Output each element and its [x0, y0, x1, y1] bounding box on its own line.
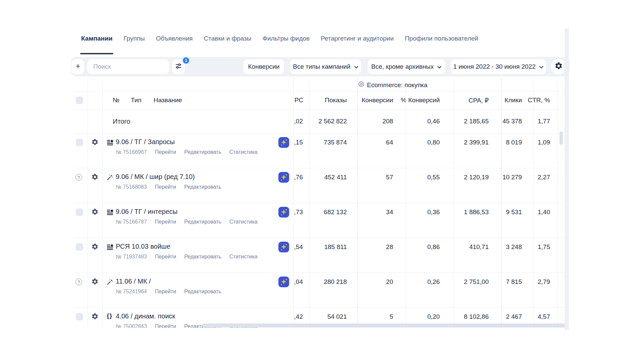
column-header-conversion-pct[interactable]: % Конверсий — [398, 97, 440, 104]
tab-groups[interactable]: Группы — [123, 35, 145, 42]
search-input[interactable] — [87, 59, 169, 74]
select-all-checkbox[interactable] — [76, 97, 83, 104]
cell-shows: 54 021 — [303, 313, 347, 320]
tab-retargeting-audiences[interactable]: Ретаргетинг и аудитории — [321, 35, 394, 42]
go-to-link[interactable]: Перейти — [155, 149, 176, 155]
campaign-name[interactable]: РСЯ 10.03 войше — [116, 243, 170, 250]
gear-icon — [554, 62, 563, 72]
text-campaign-icon — [107, 209, 113, 217]
cell-shows: 185 811 — [303, 243, 347, 251]
row-actions-gear-icon[interactable] — [91, 313, 99, 321]
help-question-icon[interactable]: ? — [75, 174, 82, 181]
totals-ctr: 1,77 — [527, 118, 550, 125]
text-campaign-icon — [107, 139, 113, 147]
cell-ctr: 4,57 — [527, 313, 550, 320]
go-to-link[interactable]: Перейти — [155, 323, 176, 328]
cell-conversion-pct: 0,36 — [398, 208, 440, 216]
cell-conversions: 28 — [350, 243, 393, 251]
cell-conversion-pct: 0,26 — [398, 278, 440, 286]
totals-label: Итого — [113, 118, 130, 125]
campaign-name[interactable]: 11.06 / МК / — [116, 278, 151, 285]
cell-conversions: 64 — [350, 139, 393, 146]
tab-bids-and-phrases[interactable]: Ставки и фразы — [204, 35, 252, 42]
cell-conversion-pct: 0,86 — [398, 243, 440, 251]
add-campaign-button[interactable] — [71, 59, 84, 74]
chevron-down-icon — [437, 63, 442, 70]
date-range-value: 1 июня 2022 - 30 июня 2022 — [453, 63, 536, 70]
totals-shows: 2 562 822 — [303, 118, 347, 125]
campaign-type-dropdown[interactable]: Все типы кампаний — [290, 59, 361, 74]
archive-filter-dropdown[interactable]: Все, кроме архивных — [368, 59, 445, 74]
go-to-link[interactable]: Перейти — [155, 184, 176, 190]
column-header-type[interactable]: Тип — [131, 97, 142, 104]
row-actions-gear-icon[interactable] — [91, 243, 99, 252]
campaign-name[interactable]: 9.06 / ТГ / интересы — [116, 208, 177, 216]
edit-link[interactable]: Редактировать — [184, 149, 221, 155]
go-to-link[interactable]: Перейти — [155, 289, 176, 295]
cell-conversions: 34 — [350, 208, 393, 216]
ai-recommendation-badge[interactable] — [278, 207, 289, 218]
search-field[interactable] — [87, 59, 169, 74]
toolbar: 1 Конверсии Все типы кампаний Все, кроме… — [71, 57, 570, 76]
row-checkbox[interactable] — [76, 208, 83, 216]
ai-recommendation-badge[interactable] — [278, 172, 289, 183]
row-actions-gear-icon[interactable] — [91, 138, 99, 147]
page-scrollbar-track[interactable] — [565, 28, 569, 330]
conversions-button[interactable]: Конверсии — [244, 59, 284, 74]
row-checkbox[interactable] — [76, 243, 83, 251]
tab-user-profiles[interactable]: Профили пользователей — [405, 35, 478, 42]
campaign-name[interactable]: 9.06 / ТГ / Запросы — [116, 138, 175, 146]
edit-link[interactable]: Редактировать — [184, 289, 221, 295]
cell-clicks: 9 531 — [492, 208, 522, 216]
campaign-name[interactable]: 9.06 / МК / шир (ред 7.10) — [116, 173, 195, 181]
table-horizontal-scrollbar[interactable] — [202, 323, 565, 327]
campaign-number: № 75166787 — [116, 219, 147, 225]
go-to-link[interactable]: Перейти — [155, 254, 176, 260]
totals-cpa: 2 185,65 — [447, 118, 489, 125]
campaign-row: ? 11.06 / МК / № 75241964 Перейти Редакт… — [74, 273, 294, 307]
edit-link[interactable]: Редактировать — [184, 254, 221, 260]
cell-clicks: 7 815 — [492, 278, 522, 286]
column-header-cpa[interactable]: CPA, ₽ — [447, 97, 489, 104]
row-actions-gear-icon[interactable] — [91, 208, 99, 217]
statistics-link[interactable]: Статистика — [229, 149, 258, 155]
campaign-name[interactable]: 4.06 / динам. поиск — [116, 312, 175, 320]
column-header-rs[interactable]: РС — [294, 97, 304, 104]
row-actions-gear-icon[interactable] — [91, 278, 99, 287]
cell-cpa: 8 102,86 — [447, 313, 489, 320]
row-checkbox[interactable] — [76, 139, 83, 146]
cell-cpa: 2 751,00 — [447, 278, 489, 286]
cell-ctr: 1,09 — [527, 139, 550, 146]
edit-link[interactable]: Редактировать — [184, 184, 221, 190]
campaign-number: № 75241964 — [116, 289, 147, 295]
chevron-down-icon — [354, 63, 359, 70]
tab-campaigns[interactable]: Кампании — [81, 35, 112, 42]
table-vertical-scrollbar[interactable] — [559, 131, 563, 145]
row-actions-gear-icon[interactable] — [91, 173, 99, 182]
goal-target-icon — [358, 81, 364, 89]
row-checkbox[interactable] — [76, 313, 83, 320]
column-header-clicks[interactable]: Клики — [492, 97, 522, 104]
totals-row-label: Итого — [74, 110, 294, 133]
tab-feed-filters[interactable]: Фильтры фидов — [262, 35, 310, 42]
cell-ctr: 2,27 — [527, 174, 550, 181]
ai-recommendation-badge[interactable] — [278, 242, 289, 252]
settings-button[interactable] — [551, 59, 566, 74]
column-header-number[interactable]: № — [113, 97, 119, 104]
cell-cpa: 2 120,19 — [447, 174, 489, 181]
statistics-link[interactable]: Статистика — [229, 219, 258, 225]
date-range-dropdown[interactable]: 1 июня 2022 - 30 июня 2022 — [451, 59, 546, 74]
cell-conversions: 20 — [350, 278, 393, 286]
yandex-direct-campaigns-page: Кампании Группы Объявления Ставки и фраз… — [0, 0, 644, 362]
help-question-icon[interactable]: ? — [75, 279, 82, 285]
column-header-name[interactable]: Название — [154, 97, 182, 104]
column-header-conversions[interactable]: Конверсии — [350, 97, 393, 104]
statistics-link[interactable]: Статистика — [229, 254, 258, 260]
ai-recommendation-badge[interactable] — [278, 277, 289, 287]
column-header-shows[interactable]: Показы — [303, 97, 347, 104]
go-to-link[interactable]: Перейти — [155, 219, 176, 225]
edit-link[interactable]: Редактировать — [184, 219, 221, 225]
tab-ads[interactable]: Объявления — [156, 35, 193, 42]
column-header-ctr[interactable]: CTR, % — [527, 97, 550, 104]
ai-recommendation-badge[interactable] — [278, 137, 289, 148]
